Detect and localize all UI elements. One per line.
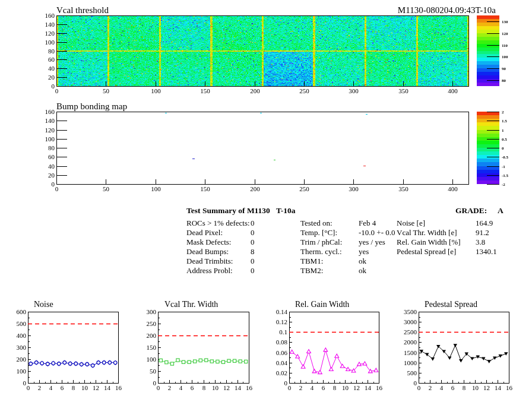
summary-label: Vcal Thr. Width [e] <box>397 228 457 238</box>
svg-text:8: 8 <box>463 384 466 391</box>
svg-text:0: 0 <box>284 379 288 387</box>
svg-text:200: 200 <box>250 87 260 94</box>
svg-text:-1: -1 <box>502 164 505 169</box>
svg-text:8: 8 <box>202 384 206 391</box>
svg-text:0: 0 <box>417 384 421 391</box>
svg-text:350: 350 <box>398 87 408 94</box>
svg-text:50: 50 <box>103 185 110 192</box>
svg-text:100: 100 <box>151 185 161 192</box>
svg-text:3000: 3000 <box>404 318 417 325</box>
svg-text:120: 120 <box>45 30 55 37</box>
pedestal_spread_per_roc-series <box>419 332 509 363</box>
svg-text:160: 160 <box>45 12 55 19</box>
svg-text:500: 500 <box>407 369 417 376</box>
svg-text:2000: 2000 <box>404 338 417 346</box>
summary-label: TBM1: <box>300 256 323 266</box>
vcal_thr_width_per_roc-series <box>158 336 249 366</box>
svg-text:2: 2 <box>168 384 172 391</box>
module-test-report-page: Vcal threshold M1130-080204.09:43T-10a B… <box>0 0 532 399</box>
summary-label: Mask Defects: <box>186 238 231 247</box>
summary-label: Rel. Gain Width [%] <box>397 238 461 247</box>
summary-label: Address Probl: <box>186 266 233 276</box>
summary-value: ok <box>359 266 366 276</box>
summary-label: Temp. [°C]: <box>300 228 337 238</box>
svg-text:120: 120 <box>502 31 508 36</box>
svg-text:1000: 1000 <box>404 359 417 366</box>
svg-text:300: 300 <box>349 87 359 94</box>
svg-text:3500: 3500 <box>404 308 417 315</box>
summary-label: Therm. cycl.: <box>300 247 342 256</box>
svg-text:6: 6 <box>61 384 64 391</box>
summary-value: 0 <box>251 218 255 228</box>
svg-text:12: 12 <box>483 384 490 391</box>
vcal-thr-width-plot-title: Vcal Thr. Width <box>164 300 218 309</box>
svg-text:12: 12 <box>223 384 230 391</box>
svg-text:14: 14 <box>104 384 111 391</box>
svg-text:0: 0 <box>55 185 59 192</box>
svg-text:8: 8 <box>72 384 75 391</box>
summary-value: 3.8 <box>476 238 485 247</box>
svg-text:16: 16 <box>506 384 513 391</box>
svg-text:1: 1 <box>502 128 504 133</box>
svg-text:16: 16 <box>376 384 383 391</box>
noise-plot-title: Noise <box>34 300 53 309</box>
svg-text:10: 10 <box>212 384 219 391</box>
rel_gain_width_per_roc-series <box>289 332 379 374</box>
svg-text:100: 100 <box>45 39 55 46</box>
svg-text:20: 20 <box>48 172 55 179</box>
summary-value: 164.9 <box>476 218 493 228</box>
vcal-threshold-map-title: Vcal threshold <box>56 5 109 15</box>
svg-text:2: 2 <box>429 384 432 391</box>
summary-value: 0 <box>251 266 255 276</box>
summary-value: -10.0 +- 0.0 <box>359 228 395 238</box>
svg-text:0: 0 <box>52 83 55 90</box>
svg-text:12: 12 <box>93 384 99 391</box>
svg-text:200: 200 <box>250 185 260 192</box>
summary-subtitle: T-10a <box>276 206 296 216</box>
svg-text:-0.5: -0.5 <box>502 155 509 160</box>
svg-text:0.08: 0.08 <box>276 338 288 346</box>
noise_per_roc-series <box>28 324 118 368</box>
svg-text:4: 4 <box>49 384 53 391</box>
svg-text:250: 250 <box>299 87 309 94</box>
summary-title: Test Summary of M1130 <box>186 206 270 216</box>
svg-text:20: 20 <box>48 74 55 81</box>
summary-label: Noise [e] <box>397 218 425 228</box>
summary-value: 0 <box>251 256 255 266</box>
summary-value: 91.2 <box>476 228 489 238</box>
summary-value: Feb 4 <box>359 218 376 228</box>
bump-bonding-heatmap <box>57 112 468 183</box>
module-id-title: M1130-080204.09:43T-10a <box>356 5 496 15</box>
vcal-threshold-heatmap <box>57 16 468 86</box>
rel_gain_width_per_roc-axes: 024681012141600.020.040.060.080.10.120.1… <box>276 308 383 391</box>
svg-text:130: 130 <box>502 20 508 24</box>
svg-text:-1.5: -1.5 <box>502 173 509 178</box>
svg-text:0: 0 <box>27 384 30 391</box>
svg-text:140: 140 <box>45 21 55 28</box>
svg-text:4: 4 <box>440 384 444 391</box>
svg-text:6: 6 <box>451 384 455 391</box>
svg-text:8: 8 <box>333 384 337 391</box>
svg-text:0: 0 <box>23 379 27 387</box>
summary-value: 1340.1 <box>476 247 497 256</box>
svg-text:160: 160 <box>45 108 55 115</box>
svg-text:120: 120 <box>45 126 55 134</box>
svg-text:1500: 1500 <box>404 349 417 356</box>
svg-text:12: 12 <box>353 384 360 391</box>
svg-text:600: 600 <box>17 308 27 315</box>
svg-text:0: 0 <box>414 379 417 387</box>
svg-text:60: 60 <box>48 56 55 63</box>
svg-text:6: 6 <box>322 384 325 391</box>
svg-text:0.02: 0.02 <box>276 369 287 376</box>
svg-text:40: 40 <box>48 65 55 72</box>
svg-text:14: 14 <box>235 384 242 391</box>
summary-label: Dead Bumps: <box>186 247 229 256</box>
grade-label: GRADE: <box>455 206 487 216</box>
svg-text:0: 0 <box>288 384 292 391</box>
svg-text:14: 14 <box>365 384 372 391</box>
svg-text:2: 2 <box>38 384 42 391</box>
svg-text:40: 40 <box>48 163 55 170</box>
svg-text:0: 0 <box>55 87 59 94</box>
svg-text:400: 400 <box>448 87 458 94</box>
svg-text:0.12: 0.12 <box>276 318 287 325</box>
